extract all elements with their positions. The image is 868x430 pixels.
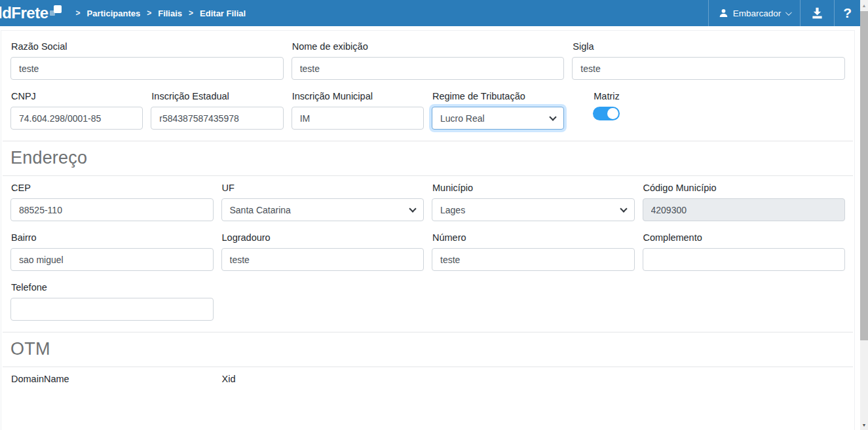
- chevron-down-icon: [785, 9, 792, 16]
- complemento-input[interactable]: [643, 248, 846, 271]
- download-icon: [810, 7, 824, 20]
- bairro-label: Bairro: [11, 232, 214, 243]
- user-menu[interactable]: Embarcador: [708, 0, 801, 26]
- form-row: Bairro Logradouro Número Complemento: [3, 232, 853, 271]
- download-button[interactable]: [800, 0, 834, 26]
- razao-social-input[interactable]: [10, 57, 284, 80]
- nome-exibicao-input[interactable]: [292, 57, 565, 80]
- scrollbar-down-arrow[interactable]: ▼: [860, 420, 868, 430]
- bairro-input[interactable]: [10, 248, 214, 271]
- edit-filial-form: Razão Social Nome de exibição Sigla CNPJ…: [1, 30, 855, 430]
- breadcrumb-item-participantes[interactable]: Participantes: [87, 9, 141, 18]
- form-row: CEP UF Santa Catarina Município Lages Có…: [3, 183, 853, 221]
- breadcrumb-chevron-icon: >: [76, 9, 81, 18]
- section-divider: [3, 175, 853, 176]
- cep-label: CEP: [11, 183, 214, 193]
- matriz-label: Matriz: [594, 91, 704, 101]
- endereco-section-title: Endereço: [3, 141, 853, 175]
- uf-label: UF: [222, 183, 425, 193]
- regime-tributacao-label: Regime de Tributação: [432, 91, 564, 101]
- sigla-label: Sigla: [573, 41, 845, 52]
- inscricao-municipal-label: Inscrição Municipal: [292, 91, 424, 101]
- logo-squares-icon: [50, 5, 62, 21]
- form-row: DomainName Xid: [3, 374, 853, 389]
- form-row: CNPJ Inscrição Estadual Inscrição Munici…: [3, 91, 853, 130]
- scrollbar-up-arrow[interactable]: ▲: [860, 0, 868, 10]
- uf-select[interactable]: Santa Catarina: [221, 198, 425, 221]
- breadcrumb-item-editar-filial[interactable]: Editar Filial: [200, 9, 246, 18]
- matriz-toggle[interactable]: [593, 107, 620, 120]
- cnpj-input[interactable]: [10, 107, 143, 130]
- domainname-label: DomainName: [11, 374, 214, 384]
- logradouro-label: Logradouro: [222, 232, 425, 243]
- logradouro-input[interactable]: [221, 248, 425, 271]
- inscricao-estadual-input[interactable]: [151, 107, 283, 130]
- section-divider: [3, 367, 853, 367]
- razao-social-label: Razão Social: [11, 41, 284, 52]
- app-logo[interactable]: ldFrete: [0, 0, 62, 26]
- complemento-label: Complemento: [643, 232, 846, 243]
- sigla-input[interactable]: [572, 57, 845, 80]
- scrollbar-thumb[interactable]: [860, 11, 868, 340]
- help-label: ?: [843, 5, 852, 21]
- app-header: ldFrete > Participantes > Filiais > Edit…: [0, 0, 860, 26]
- vertical-scrollbar[interactable]: ▲ ▼: [860, 0, 868, 430]
- toggle-knob: [607, 108, 618, 119]
- cep-input[interactable]: [10, 198, 214, 221]
- telefone-input[interactable]: [10, 298, 214, 321]
- logo-text: ldFrete: [0, 4, 48, 22]
- regime-tributacao-select[interactable]: Lucro Real: [432, 107, 564, 130]
- inscricao-estadual-label: Inscrição Estadual: [151, 91, 283, 101]
- breadcrumb-chevron-icon: >: [189, 9, 193, 18]
- municipio-select[interactable]: Lages: [432, 198, 635, 221]
- codigo-municipio-input: [643, 198, 846, 221]
- municipio-label: Município: [432, 183, 635, 193]
- form-row: Telefone: [3, 282, 853, 321]
- breadcrumb: > Participantes > Filiais > Editar Filia…: [76, 0, 246, 26]
- codigo-municipio-label: Código Município: [643, 183, 846, 193]
- xid-label: Xid: [222, 374, 425, 384]
- numero-label: Número: [432, 232, 635, 243]
- inscricao-municipal-input[interactable]: [292, 107, 424, 130]
- cnpj-label: CNPJ: [11, 91, 143, 101]
- nome-exibicao-label: Nome de exibição: [292, 41, 565, 52]
- telefone-label: Telefone: [11, 282, 214, 293]
- otm-section-title: OTM: [3, 332, 853, 367]
- user-icon: [719, 8, 728, 18]
- breadcrumb-item-filiais[interactable]: Filiais: [158, 9, 182, 18]
- help-button[interactable]: ?: [834, 0, 860, 26]
- form-row: Razão Social Nome de exibição Sigla: [3, 41, 853, 80]
- numero-input[interactable]: [432, 248, 635, 271]
- breadcrumb-chevron-icon: >: [147, 9, 151, 18]
- user-menu-label: Embarcador: [733, 9, 782, 18]
